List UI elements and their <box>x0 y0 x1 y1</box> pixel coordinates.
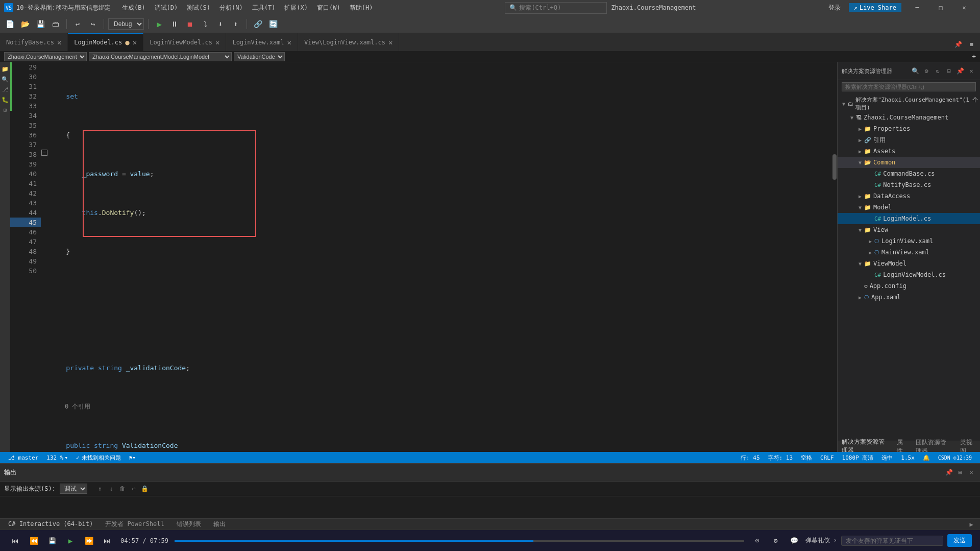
video-settings-icon[interactable]: ⚙ <box>769 534 783 548</box>
tab-loginviewcs-close[interactable]: ✕ <box>388 38 393 46</box>
se-search-icon[interactable]: 🔍 <box>911 66 920 76</box>
tree-loginview-xaml[interactable]: ▶ ⎔ LoginView.xaml <box>838 235 980 247</box>
menu-debug[interactable]: 调试(D) <box>151 3 182 13</box>
status-line-ending[interactable]: CRLF <box>816 452 838 463</box>
status-selection[interactable]: 选中 <box>877 452 897 463</box>
menu-test[interactable]: 测试(S) <box>183 3 214 13</box>
status-encoding[interactable]: 1080P 高清 <box>838 452 878 463</box>
open-file-button[interactable]: 📂 <box>18 17 32 31</box>
code-editor[interactable]: 29 30 31 32 33 <box>10 62 837 452</box>
stop-button[interactable]: ■ <box>183 17 197 31</box>
tree-appxaml[interactable]: ▶ ⎔ App.xaml <box>838 292 980 303</box>
video-progress-bar[interactable] <box>175 540 744 542</box>
status-char[interactable]: 字符: 13 <box>764 452 797 463</box>
tree-project[interactable]: ▼ 🏗 Zhaoxi.CourseManagement <box>838 112 980 123</box>
se-tab-solution[interactable]: 解决方案资源管理器 <box>838 437 893 452</box>
activity-debug-icon[interactable]: 🐛 <box>1 95 10 104</box>
member-select[interactable]: ValidationCode <box>234 52 285 61</box>
menu-extensions[interactable]: 扩展(X) <box>280 3 312 13</box>
step-over-button[interactable]: ⤵ <box>199 17 212 31</box>
menu-help[interactable]: 帮助(H) <box>346 3 377 13</box>
activity-explorer-icon[interactable]: 📁 <box>1 64 10 74</box>
output-close-icon[interactable]: ✕ <box>967 468 976 477</box>
start-debug-button[interactable]: ▶ <box>153 17 166 31</box>
output-source-select[interactable]: 调试 <box>60 484 87 494</box>
menu-generate[interactable]: 生成(B) <box>118 3 150 13</box>
output-up-icon[interactable]: ↑ <box>95 484 105 493</box>
tree-appconfig[interactable]: ▶ ⚙ App.config <box>838 280 980 292</box>
menu-analyze[interactable]: 分析(N) <box>215 3 247 13</box>
video-forward-button[interactable]: ⏩ <box>82 534 96 548</box>
output-pin-icon[interactable]: 📌 <box>944 468 953 477</box>
tree-references[interactable]: ▶ 🔗 引用 <box>838 134 980 146</box>
tree-view[interactable]: ▼ 📁 View <box>838 224 980 235</box>
output-down-icon[interactable]: ↓ <box>107 484 116 493</box>
class-select[interactable]: Zhaoxi.CourseManagement.Model.LoginModel <box>89 52 232 61</box>
status-zoom-level[interactable]: 1.5x <box>897 452 919 463</box>
code-content[interactable]: set { _password = value; this.DoNotify()… <box>48 62 832 452</box>
video-circle-icon[interactable]: ⊙ <box>750 534 765 548</box>
refresh-button[interactable]: 🔄 <box>266 17 280 31</box>
tree-viewmodel[interactable]: ▼ 📁 ViewModel <box>838 258 980 269</box>
step-into-button[interactable]: ⬇ <box>214 17 227 31</box>
video-skip-forward-button[interactable]: ⏭ <box>100 534 114 548</box>
tree-mainview-xaml[interactable]: ▶ ⎔ MainView.xaml <box>838 247 980 258</box>
tree-assets[interactable]: ▶ 📁 Assets <box>838 146 980 157</box>
tree-loginviewmodel[interactable]: ▶ C# LoginViewModel.cs <box>838 269 980 280</box>
solution-search-input[interactable] <box>842 82 976 91</box>
collapse-button-38[interactable]: − <box>41 150 47 156</box>
tree-loginmodel[interactable]: ▶ C# LoginModel.cs <box>838 213 980 224</box>
video-save-icon[interactable]: 💾 <box>45 534 59 548</box>
se-filter-icon[interactable]: ⚙ <box>922 66 931 76</box>
se-refresh-icon[interactable]: ↻ <box>933 66 942 76</box>
tree-common[interactable]: ▼ 📂 Common <box>838 157 980 168</box>
activity-search-icon[interactable]: 🔍 <box>1 75 10 84</box>
status-no-problems[interactable]: ✓ 未找到相关问题 <box>72 452 125 463</box>
step-out-button[interactable]: ⬆ <box>229 17 242 31</box>
se-close-icon[interactable]: ✕ <box>967 66 976 76</box>
attach-button[interactable]: 🔗 <box>251 17 264 31</box>
status-branch[interactable]: ⎇ master <box>4 452 42 463</box>
se-tab-team[interactable]: 团队资源管理器 <box>912 437 957 452</box>
tree-model[interactable]: ▼ 📁 Model <box>838 202 980 213</box>
video-back-button[interactable]: ⏪ <box>27 534 41 548</box>
tab-loginviewmodel-close[interactable]: ✕ <box>215 38 219 46</box>
save-all-button[interactable]: 🗃 <box>49 17 62 31</box>
tab-more-button[interactable]: ≡ <box>965 38 978 51</box>
close-button[interactable]: ✕ <box>952 0 976 15</box>
debug-config-select[interactable]: Debug <box>108 18 144 30</box>
status-csdnlogo[interactable]: CSDN ⊙12:39 <box>934 452 976 463</box>
scrollbar-thumb[interactable] <box>832 154 837 180</box>
login-button[interactable]: 登录 <box>824 3 845 13</box>
redo-button[interactable]: ↪ <box>86 17 100 31</box>
global-search[interactable]: 🔍 搜索(Ctrl+Q) <box>505 2 607 14</box>
tab-loginmodel[interactable]: LoginModel.cs ● ✕ <box>68 33 143 51</box>
video-skip-back-button[interactable]: ⏮ <box>8 534 22 548</box>
tab-notifybase-close[interactable]: ✕ <box>57 38 61 46</box>
new-file-button[interactable]: 📄 <box>3 17 16 31</box>
tab-loginmodel-close[interactable]: ✕ <box>133 38 137 46</box>
namespace-select[interactable]: Zhaoxi.CourseManagement <box>4 52 87 61</box>
output-scroll-right-icon[interactable]: ▶ <box>967 520 976 529</box>
se-tab-class[interactable]: 类视图 <box>956 437 980 452</box>
editor-expand-button[interactable]: + <box>972 53 976 60</box>
output-tab-powershell[interactable]: 开发者 PowerShell <box>99 518 170 530</box>
se-pin-icon[interactable]: 📌 <box>955 66 965 76</box>
minimize-button[interactable]: ─ <box>905 0 929 15</box>
se-tab-properties[interactable]: 属性 <box>893 437 911 452</box>
pause-button[interactable]: ⏸ <box>168 17 181 31</box>
status-zoom[interactable]: 132 % ▾ <box>42 452 72 463</box>
tab-loginview[interactable]: LoginView.xaml ✕ <box>226 33 298 51</box>
output-tab-output[interactable]: 输出 <box>207 518 232 530</box>
status-errors[interactable]: ⚑ ▾ <box>125 452 140 463</box>
tree-notifybase[interactable]: ▶ C# NotifyBase.cs <box>838 179 980 190</box>
menu-tools[interactable]: 工具(T) <box>248 3 280 13</box>
maximize-button[interactable]: □ <box>929 0 952 15</box>
undo-button[interactable]: ↩ <box>71 17 84 31</box>
tab-loginviewmodel[interactable]: LoginViewModel.cs ✕ <box>143 33 226 51</box>
status-line[interactable]: 行: 45 <box>737 452 764 463</box>
live-share-button[interactable]: ↗ Live Share <box>849 3 901 12</box>
output-tab-errors[interactable]: 错误列表 <box>170 518 207 530</box>
tree-dataaccess[interactable]: ▶ 📁 DataAccess <box>838 190 980 202</box>
vertical-scrollbar[interactable] <box>832 62 837 452</box>
